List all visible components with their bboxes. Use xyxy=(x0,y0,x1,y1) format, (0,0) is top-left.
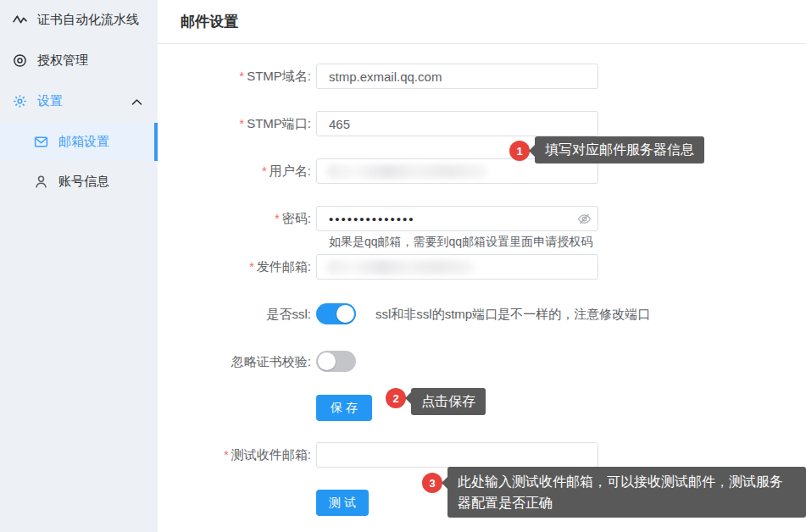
annotation-tooltip-2: 点击保存 xyxy=(411,388,486,415)
username-redacted-value xyxy=(326,164,487,179)
password-masked-value: •••••••••••••• xyxy=(329,206,415,231)
required-asterisk: * xyxy=(262,163,267,178)
sidebar-item-mailbox-settings[interactable]: 邮箱设置 xyxy=(0,123,158,161)
password-label: *密码: xyxy=(275,206,311,231)
page-title: 邮件设置 xyxy=(181,12,238,31)
toggle-knob xyxy=(336,305,354,323)
sidebar-item-label: 邮箱设置 xyxy=(58,134,109,150)
smtp-domain-label: *STMP域名: xyxy=(239,64,311,89)
step-badge-2: 2 xyxy=(386,388,406,408)
gear-icon xyxy=(12,93,27,108)
eye-slash-icon[interactable] xyxy=(577,212,592,226)
header-divider xyxy=(158,43,806,44)
sidebar-item-cert-pipeline[interactable]: 证书自动化流水线 xyxy=(0,0,158,40)
sidebar-item-account-info[interactable]: 账号信息 xyxy=(0,161,158,202)
ssl-label: 是否ssl: xyxy=(267,303,312,324)
save-button[interactable]: 保 存 xyxy=(316,395,372,421)
active-indicator-bar xyxy=(154,123,158,161)
step-badge-3: 3 xyxy=(422,473,442,493)
sender-email-label: *发件邮箱: xyxy=(249,254,311,280)
step-badge-1: 1 xyxy=(509,141,530,161)
required-asterisk: * xyxy=(275,211,280,225)
test-recipient-input[interactable] xyxy=(316,442,598,468)
required-asterisk: * xyxy=(249,259,254,274)
annotation-tooltip-1: 填写对应邮件服务器信息 xyxy=(535,136,704,163)
required-asterisk: * xyxy=(239,116,244,130)
username-label: *用户名: xyxy=(262,158,311,184)
tooltip-arrow xyxy=(405,392,411,404)
ignore-cert-toggle[interactable] xyxy=(316,351,356,372)
sender-email-redacted-value xyxy=(326,260,475,274)
smtp-domain-input[interactable] xyxy=(316,64,598,89)
activity-icon xyxy=(12,13,27,28)
annotation-tooltip-3: 此处输入测试收件邮箱，可以接收测试邮件，测试服务器配置是否正确 xyxy=(447,467,806,518)
sidebar: 证书自动化流水线 授权管理 设置 xyxy=(0,0,158,532)
required-asterisk: * xyxy=(224,447,229,462)
mail-icon xyxy=(33,135,48,150)
required-asterisk: * xyxy=(239,69,244,83)
tooltip-arrow xyxy=(442,477,447,489)
sidebar-item-label: 账号信息 xyxy=(58,174,109,190)
password-hint: 如果是qq邮箱，需要到qq邮箱设置里面申请授权码 xyxy=(329,235,592,250)
email-settings-page: 证书自动化流水线 授权管理 设置 xyxy=(0,0,806,532)
sidebar-item-authorization[interactable]: 授权管理 xyxy=(0,41,158,80)
ssl-toggle[interactable] xyxy=(316,303,356,324)
sidebar-item-label: 设置 xyxy=(37,93,63,109)
sidebar-item-settings[interactable]: 设置 xyxy=(0,81,158,120)
test-button[interactable]: 测 试 xyxy=(316,490,369,516)
chevron-up-icon[interactable] xyxy=(131,94,142,108)
ignore-cert-label: 忽略证书校验: xyxy=(231,351,311,372)
smtp-port-input[interactable] xyxy=(316,111,598,136)
test-recipient-label: *测试收件邮箱: xyxy=(224,442,311,468)
ssl-hint: ssl和非ssl的stmp端口是不一样的，注意修改端口 xyxy=(375,303,650,324)
tooltip-arrow xyxy=(529,145,535,157)
sidebar-item-label: 证书自动化流水线 xyxy=(37,12,139,28)
user-icon xyxy=(33,174,48,189)
target-icon xyxy=(12,53,27,69)
sidebar-item-label: 授权管理 xyxy=(37,53,88,69)
toggle-knob xyxy=(318,352,336,370)
smtp-port-label: *STMP端口: xyxy=(239,111,311,136)
